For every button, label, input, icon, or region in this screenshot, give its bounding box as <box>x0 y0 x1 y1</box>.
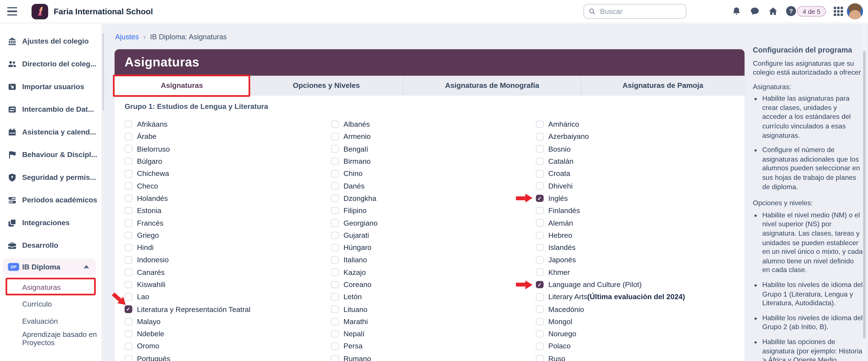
subject-row-coreano[interactable]: Coreano <box>331 278 528 291</box>
sidebar-item-importar-usuarios[interactable]: Importar usuarios <box>0 75 101 98</box>
subject-row-azerbaiyano[interactable]: Azerbaiyano <box>536 130 732 143</box>
checkbox[interactable] <box>536 219 543 227</box>
checkbox[interactable] <box>125 293 132 300</box>
checkbox[interactable] <box>331 133 338 140</box>
help-icon[interactable]: ? <box>786 6 796 16</box>
subject-row-italiano[interactable]: Italiano <box>331 254 528 266</box>
checkbox[interactable] <box>536 318 543 325</box>
subject-row-hungaro[interactable]: Húngaro <box>331 241 528 254</box>
checkbox[interactable] <box>331 342 338 350</box>
subject-row-language-and-culture-pilot[interactable]: ✓Language and Culture (Pilot) <box>536 278 732 291</box>
faria-logo[interactable]: f <box>31 4 48 19</box>
subject-row-lao[interactable]: Lao <box>125 291 321 303</box>
subject-row-canares[interactable]: Canarés <box>125 266 321 278</box>
checkbox[interactable] <box>125 182 132 190</box>
sidebar-item-directorio-del-coleg[interactable]: Directorio del coleg... <box>0 53 101 75</box>
checkbox[interactable] <box>331 207 338 214</box>
checkbox[interactable] <box>536 207 543 214</box>
sidebar-item-intercambio-de-dat[interactable]: Intercambio de Dat... <box>0 98 101 121</box>
checkbox-checked[interactable]: ✓ <box>536 281 543 288</box>
checkbox[interactable] <box>536 355 543 361</box>
subject-row-checo[interactable]: Checo <box>125 180 321 192</box>
sidebar-item-desarrollo[interactable]: Desarrollo <box>0 234 101 257</box>
tab-asignaturas-de-monografia[interactable]: Asignaturas de Monografía <box>403 75 581 95</box>
sidebar-subitem-asignaturas[interactable]: Asignaturas <box>0 279 101 295</box>
checkbox[interactable] <box>125 318 132 325</box>
subject-row-holandes[interactable]: Holandés <box>125 192 321 204</box>
checkbox[interactable] <box>536 158 543 165</box>
search-box[interactable] <box>583 4 686 19</box>
checkbox[interactable] <box>536 256 543 264</box>
sidebar-scrollbar-thumb[interactable] <box>102 33 104 111</box>
subject-row-frances[interactable]: Francés <box>125 217 321 229</box>
subject-row-dhivehi[interactable]: Dhivehi <box>536 180 732 192</box>
checkbox[interactable] <box>536 305 543 313</box>
subject-row-leton[interactable]: Letón <box>331 291 528 303</box>
subject-row-griego[interactable]: Griego <box>125 229 321 241</box>
sidebar-item-integraciones[interactable]: Integraciones <box>0 211 101 234</box>
subject-row-birmano[interactable]: Birmano <box>331 155 528 167</box>
checkbox[interactable] <box>125 281 132 288</box>
checkbox[interactable] <box>125 207 132 214</box>
notifications-bell-icon[interactable] <box>732 7 741 16</box>
subject-row-portugues[interactable]: Portugués <box>125 353 321 361</box>
subject-row-bosnio[interactable]: Bosnio <box>536 143 732 155</box>
sidebar-item-ajustes-del-colegio[interactable]: Ajustes del colegio <box>0 30 101 53</box>
checkbox[interactable] <box>331 121 338 128</box>
checkbox[interactable] <box>536 269 543 276</box>
subject-row-nepali[interactable]: Nepalí <box>331 328 528 340</box>
subject-row-indonesio[interactable]: Indonesio <box>125 254 321 266</box>
checkbox-checked[interactable]: ✓ <box>125 305 132 313</box>
help-progress-badge[interactable]: 4 de 5 <box>797 6 826 17</box>
sidebar-subitem-evaluacion[interactable]: Evaluación <box>0 315 101 327</box>
subject-row-kazajo[interactable]: Kazajo <box>331 266 528 278</box>
home-icon[interactable] <box>768 7 778 16</box>
sidebar-item-seguridad-y-permis[interactable]: Seguridad y permis... <box>0 166 101 189</box>
subject-row-hebreo[interactable]: Hebreo <box>536 229 732 241</box>
checkbox[interactable] <box>331 318 338 325</box>
sidebar-item-ib-diploma[interactable]: DPIB Diploma <box>3 258 96 275</box>
subject-row-lituano[interactable]: Lituano <box>331 303 528 316</box>
hamburger-menu-icon[interactable] <box>7 7 17 15</box>
checkbox[interactable] <box>331 256 338 264</box>
subject-row-finlandes[interactable]: Finlandés <box>536 204 732 217</box>
sidebar-subitem-aprendizaje-basado-en-proyectos[interactable]: Aprendizaje basado en Proyectos <box>0 329 101 348</box>
checkbox[interactable] <box>331 195 338 202</box>
checkbox[interactable] <box>331 293 338 300</box>
checkbox[interactable] <box>125 121 132 128</box>
checkbox[interactable] <box>536 342 543 350</box>
subject-row-georgiano[interactable]: Georgiano <box>331 217 528 229</box>
checkbox[interactable] <box>125 256 132 264</box>
subject-row-estonia[interactable]: Estonia <box>125 204 321 217</box>
tab-asignaturas[interactable]: Asignaturas <box>115 75 249 95</box>
subject-row-oromo[interactable]: Oromo <box>125 340 321 353</box>
subject-row-chichewa[interactable]: Chichewa <box>125 167 321 180</box>
subject-row-kiswahili[interactable]: Kiswahili <box>125 278 321 291</box>
subject-row-malayo[interactable]: Malayo <box>125 316 321 328</box>
checkbox[interactable] <box>331 182 338 190</box>
subject-row-amharico[interactable]: Amhárico <box>536 118 732 130</box>
checkbox[interactable] <box>125 195 132 202</box>
sidebar-item-periodos-academicos[interactable]: Periodos académicos <box>0 189 101 211</box>
checkbox[interactable] <box>125 244 132 251</box>
subject-row-macedonio[interactable]: Macedónio <box>536 303 732 316</box>
checkbox[interactable] <box>331 305 338 313</box>
subject-row-gujarati[interactable]: Gujarati <box>331 229 528 241</box>
checkbox[interactable] <box>125 145 132 153</box>
sidebar-item-asistencia-y-calend[interactable]: Asistencia y calend... <box>0 121 101 143</box>
tab-opciones-y-niveles[interactable]: Opciones y Niveles <box>249 75 403 95</box>
subject-row-hindi[interactable]: Hindi <box>125 241 321 254</box>
subject-row-bielorruso[interactable]: Bielorruso <box>125 143 321 155</box>
subject-row-dzongkha[interactable]: Dzongkha <box>331 192 528 204</box>
window-scrollbar-thumb[interactable] <box>863 51 866 339</box>
checkbox[interactable] <box>331 170 338 177</box>
messages-chat-icon[interactable] <box>750 7 760 16</box>
user-avatar[interactable] <box>847 3 863 19</box>
subject-row-khmer[interactable]: Khmer <box>536 266 732 278</box>
checkbox[interactable] <box>331 330 338 337</box>
subject-row-aleman[interactable]: Alemán <box>536 217 732 229</box>
checkbox[interactable] <box>536 231 543 239</box>
checkbox[interactable] <box>536 133 543 140</box>
apps-grid-icon[interactable] <box>833 6 843 17</box>
subject-row-chino[interactable]: Chino <box>331 167 528 180</box>
